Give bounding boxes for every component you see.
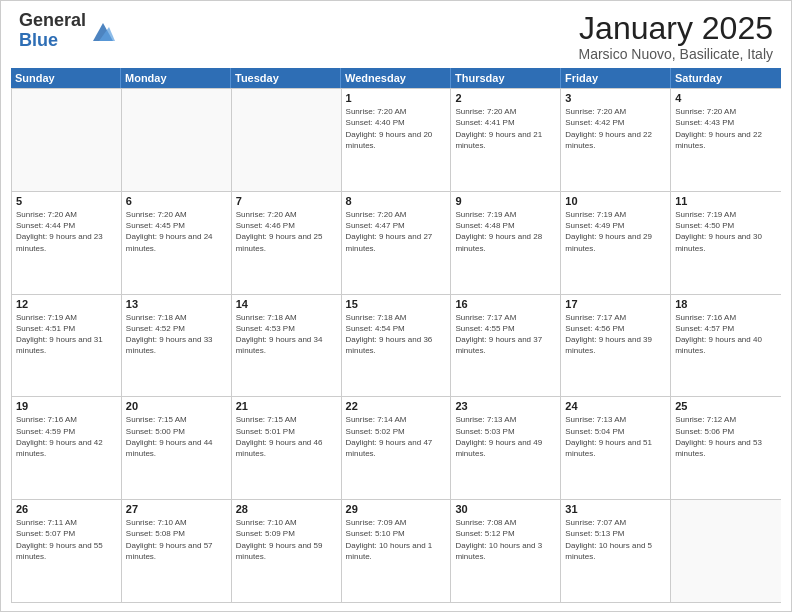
day-number: 19 bbox=[16, 400, 117, 412]
day-number: 27 bbox=[126, 503, 227, 515]
day-number: 17 bbox=[565, 298, 666, 310]
day-info: Sunrise: 7:20 AM Sunset: 4:46 PM Dayligh… bbox=[236, 209, 337, 254]
day-info: Sunrise: 7:20 AM Sunset: 4:45 PM Dayligh… bbox=[126, 209, 227, 254]
day-info: Sunrise: 7:18 AM Sunset: 4:54 PM Dayligh… bbox=[346, 312, 447, 357]
calendar-cell: 18Sunrise: 7:16 AM Sunset: 4:57 PM Dayli… bbox=[671, 295, 781, 397]
calendar-cell: 24Sunrise: 7:13 AM Sunset: 5:04 PM Dayli… bbox=[561, 397, 671, 499]
day-number: 23 bbox=[455, 400, 556, 412]
day-number: 24 bbox=[565, 400, 666, 412]
day-number: 5 bbox=[16, 195, 117, 207]
logo-text: General Blue bbox=[19, 11, 86, 51]
day-number: 15 bbox=[346, 298, 447, 310]
day-number: 6 bbox=[126, 195, 227, 207]
calendar-cell: 13Sunrise: 7:18 AM Sunset: 4:52 PM Dayli… bbox=[122, 295, 232, 397]
day-info: Sunrise: 7:17 AM Sunset: 4:55 PM Dayligh… bbox=[455, 312, 556, 357]
calendar-cell: 2Sunrise: 7:20 AM Sunset: 4:41 PM Daylig… bbox=[451, 89, 561, 191]
calendar-cell: 6Sunrise: 7:20 AM Sunset: 4:45 PM Daylig… bbox=[122, 192, 232, 294]
calendar-cell: 28Sunrise: 7:10 AM Sunset: 5:09 PM Dayli… bbox=[232, 500, 342, 602]
calendar-cell: 1Sunrise: 7:20 AM Sunset: 4:40 PM Daylig… bbox=[342, 89, 452, 191]
day-number: 9 bbox=[455, 195, 556, 207]
calendar-cell: 26Sunrise: 7:11 AM Sunset: 5:07 PM Dayli… bbox=[12, 500, 122, 602]
day-info: Sunrise: 7:14 AM Sunset: 5:02 PM Dayligh… bbox=[346, 414, 447, 459]
day-info: Sunrise: 7:20 AM Sunset: 4:44 PM Dayligh… bbox=[16, 209, 117, 254]
calendar-week: 26Sunrise: 7:11 AM Sunset: 5:07 PM Dayli… bbox=[12, 500, 781, 603]
day-number: 25 bbox=[675, 400, 777, 412]
weekday-header: Wednesday bbox=[341, 68, 451, 88]
day-info: Sunrise: 7:20 AM Sunset: 4:41 PM Dayligh… bbox=[455, 106, 556, 151]
day-info: Sunrise: 7:13 AM Sunset: 5:04 PM Dayligh… bbox=[565, 414, 666, 459]
day-number: 14 bbox=[236, 298, 337, 310]
header: General Blue January 2025 Marsico Nuovo,… bbox=[1, 1, 791, 68]
day-info: Sunrise: 7:19 AM Sunset: 4:48 PM Dayligh… bbox=[455, 209, 556, 254]
calendar-cell: 23Sunrise: 7:13 AM Sunset: 5:03 PM Dayli… bbox=[451, 397, 561, 499]
day-number: 30 bbox=[455, 503, 556, 515]
calendar-cell: 19Sunrise: 7:16 AM Sunset: 4:59 PM Dayli… bbox=[12, 397, 122, 499]
day-info: Sunrise: 7:17 AM Sunset: 4:56 PM Dayligh… bbox=[565, 312, 666, 357]
day-number: 28 bbox=[236, 503, 337, 515]
weekday-header: Thursday bbox=[451, 68, 561, 88]
calendar-cell: 11Sunrise: 7:19 AM Sunset: 4:50 PM Dayli… bbox=[671, 192, 781, 294]
calendar-cell: 21Sunrise: 7:15 AM Sunset: 5:01 PM Dayli… bbox=[232, 397, 342, 499]
calendar-week: 19Sunrise: 7:16 AM Sunset: 4:59 PM Dayli… bbox=[12, 397, 781, 500]
calendar-week: 5Sunrise: 7:20 AM Sunset: 4:44 PM Daylig… bbox=[12, 192, 781, 295]
calendar-cell: 20Sunrise: 7:15 AM Sunset: 5:00 PM Dayli… bbox=[122, 397, 232, 499]
day-info: Sunrise: 7:18 AM Sunset: 4:53 PM Dayligh… bbox=[236, 312, 337, 357]
day-number: 26 bbox=[16, 503, 117, 515]
logo-icon bbox=[89, 17, 117, 45]
calendar-header: SundayMondayTuesdayWednesdayThursdayFrid… bbox=[11, 68, 781, 88]
calendar-cell: 5Sunrise: 7:20 AM Sunset: 4:44 PM Daylig… bbox=[12, 192, 122, 294]
weekday-header: Saturday bbox=[671, 68, 781, 88]
day-number: 13 bbox=[126, 298, 227, 310]
day-info: Sunrise: 7:12 AM Sunset: 5:06 PM Dayligh… bbox=[675, 414, 777, 459]
day-info: Sunrise: 7:20 AM Sunset: 4:47 PM Dayligh… bbox=[346, 209, 447, 254]
calendar-cell: 9Sunrise: 7:19 AM Sunset: 4:48 PM Daylig… bbox=[451, 192, 561, 294]
day-number: 18 bbox=[675, 298, 777, 310]
month-title: January 2025 bbox=[578, 11, 773, 46]
day-info: Sunrise: 7:18 AM Sunset: 4:52 PM Dayligh… bbox=[126, 312, 227, 357]
calendar-cell: 14Sunrise: 7:18 AM Sunset: 4:53 PM Dayli… bbox=[232, 295, 342, 397]
calendar-cell: 10Sunrise: 7:19 AM Sunset: 4:49 PM Dayli… bbox=[561, 192, 671, 294]
day-info: Sunrise: 7:16 AM Sunset: 4:57 PM Dayligh… bbox=[675, 312, 777, 357]
calendar-cell: 25Sunrise: 7:12 AM Sunset: 5:06 PM Dayli… bbox=[671, 397, 781, 499]
day-info: Sunrise: 7:07 AM Sunset: 5:13 PM Dayligh… bbox=[565, 517, 666, 562]
day-info: Sunrise: 7:09 AM Sunset: 5:10 PM Dayligh… bbox=[346, 517, 447, 562]
day-number: 8 bbox=[346, 195, 447, 207]
day-info: Sunrise: 7:11 AM Sunset: 5:07 PM Dayligh… bbox=[16, 517, 117, 562]
day-info: Sunrise: 7:15 AM Sunset: 5:01 PM Dayligh… bbox=[236, 414, 337, 459]
day-info: Sunrise: 7:19 AM Sunset: 4:50 PM Dayligh… bbox=[675, 209, 777, 254]
day-info: Sunrise: 7:19 AM Sunset: 4:49 PM Dayligh… bbox=[565, 209, 666, 254]
day-number: 10 bbox=[565, 195, 666, 207]
calendar-cell: 3Sunrise: 7:20 AM Sunset: 4:42 PM Daylig… bbox=[561, 89, 671, 191]
day-number: 12 bbox=[16, 298, 117, 310]
day-info: Sunrise: 7:20 AM Sunset: 4:40 PM Dayligh… bbox=[346, 106, 447, 151]
logo-general: General bbox=[19, 11, 86, 31]
day-number: 2 bbox=[455, 92, 556, 104]
calendar-week: 1Sunrise: 7:20 AM Sunset: 4:40 PM Daylig… bbox=[12, 89, 781, 192]
day-info: Sunrise: 7:20 AM Sunset: 4:42 PM Dayligh… bbox=[565, 106, 666, 151]
day-info: Sunrise: 7:13 AM Sunset: 5:03 PM Dayligh… bbox=[455, 414, 556, 459]
day-number: 29 bbox=[346, 503, 447, 515]
calendar-cell: 12Sunrise: 7:19 AM Sunset: 4:51 PM Dayli… bbox=[12, 295, 122, 397]
day-info: Sunrise: 7:15 AM Sunset: 5:00 PM Dayligh… bbox=[126, 414, 227, 459]
calendar-cell bbox=[122, 89, 232, 191]
day-number: 3 bbox=[565, 92, 666, 104]
day-info: Sunrise: 7:20 AM Sunset: 4:43 PM Dayligh… bbox=[675, 106, 777, 151]
calendar-cell: 7Sunrise: 7:20 AM Sunset: 4:46 PM Daylig… bbox=[232, 192, 342, 294]
calendar-cell: 27Sunrise: 7:10 AM Sunset: 5:08 PM Dayli… bbox=[122, 500, 232, 602]
day-info: Sunrise: 7:08 AM Sunset: 5:12 PM Dayligh… bbox=[455, 517, 556, 562]
day-number: 11 bbox=[675, 195, 777, 207]
calendar-week: 12Sunrise: 7:19 AM Sunset: 4:51 PM Dayli… bbox=[12, 295, 781, 398]
weekday-header: Monday bbox=[121, 68, 231, 88]
calendar-cell: 4Sunrise: 7:20 AM Sunset: 4:43 PM Daylig… bbox=[671, 89, 781, 191]
day-number: 7 bbox=[236, 195, 337, 207]
day-info: Sunrise: 7:16 AM Sunset: 4:59 PM Dayligh… bbox=[16, 414, 117, 459]
day-number: 22 bbox=[346, 400, 447, 412]
logo-area: General Blue bbox=[19, 11, 117, 51]
calendar-cell: 17Sunrise: 7:17 AM Sunset: 4:56 PM Dayli… bbox=[561, 295, 671, 397]
calendar-cell: 15Sunrise: 7:18 AM Sunset: 4:54 PM Dayli… bbox=[342, 295, 452, 397]
day-number: 16 bbox=[455, 298, 556, 310]
calendar-cell bbox=[232, 89, 342, 191]
calendar-body: 1Sunrise: 7:20 AM Sunset: 4:40 PM Daylig… bbox=[11, 88, 781, 603]
day-info: Sunrise: 7:10 AM Sunset: 5:08 PM Dayligh… bbox=[126, 517, 227, 562]
calendar-cell: 30Sunrise: 7:08 AM Sunset: 5:12 PM Dayli… bbox=[451, 500, 561, 602]
